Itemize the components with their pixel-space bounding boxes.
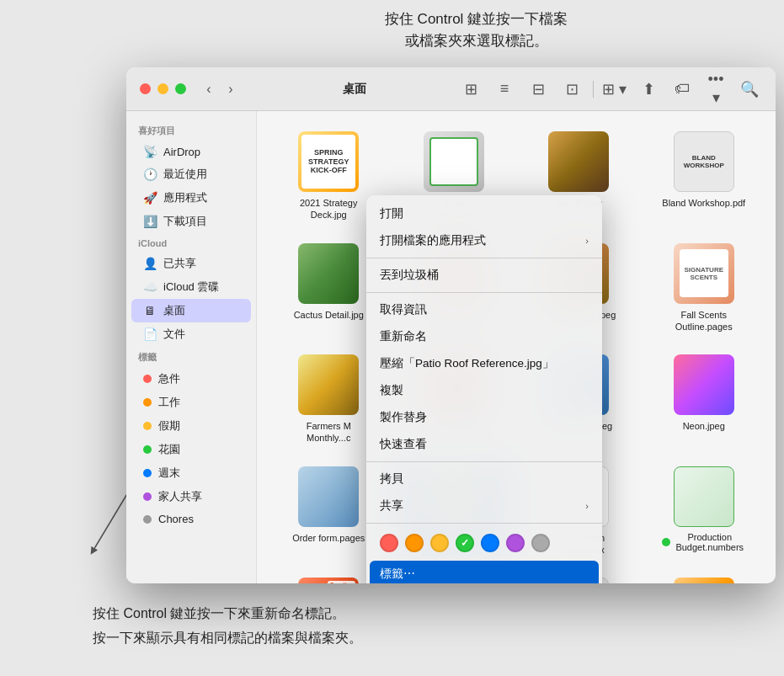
tag-dot-green — [143, 445, 152, 454]
file-name: 2021 Strategy Deck.jpg — [286, 197, 371, 221]
sidebar-item-shared[interactable]: 👤 已共享 — [131, 252, 251, 275]
toolbar-divider — [593, 81, 594, 98]
maximize-button[interactable] — [175, 83, 186, 94]
menu-item-rename[interactable]: 重新命名 — [366, 323, 602, 350]
apps-icon: 🚀 — [143, 191, 157, 205]
menu-separator — [366, 461, 602, 462]
file-name: Order form.pages — [292, 532, 365, 544]
recent-icon: 🕐 — [143, 168, 157, 181]
menu-item-trash[interactable]: 丟到垃圾桶 — [366, 262, 602, 289]
sidebar-item-tag-chores[interactable]: Chores — [131, 508, 251, 530]
search-button[interactable]: 🔍 — [737, 77, 762, 102]
icloud-label: iCloud — [126, 233, 256, 252]
sidebar-item-tag-family[interactable]: 家人共享 — [131, 485, 251, 508]
file-icon — [674, 466, 734, 527]
sidebar-item-tag-garden[interactable]: 花園 — [131, 438, 251, 461]
more-button[interactable]: ••• ▾ — [703, 77, 728, 102]
sidebar-item-label: 工作 — [158, 395, 180, 410]
file-item-titlecover[interactable]: Title Cover.jpg — [646, 571, 763, 583]
menu-item-info[interactable]: 取得資訊 — [366, 296, 602, 323]
sidebar-item-airdrop[interactable]: 📡 AirDrop — [131, 141, 251, 162]
close-button[interactable] — [140, 83, 151, 94]
file-item-bland[interactable]: BLANDWORKSHOP Bland Workshop.pdf — [646, 125, 763, 228]
context-menu: 打開 打開檔案的應用程式 › 丟到垃圾桶 取得資訊 重新命名 壓 — [366, 195, 602, 583]
file-icon — [548, 131, 609, 192]
back-button[interactable]: ‹ — [200, 80, 218, 98]
sidebar-item-label: 桌面 — [163, 303, 185, 318]
file-name: Production Budget.numbers — [674, 532, 746, 552]
color-dot-orange[interactable] — [405, 534, 424, 552]
file-icon — [674, 354, 734, 415]
breadcrumb-title: 桌面 — [250, 82, 458, 97]
tag-dot-orange — [143, 398, 152, 407]
file-item-production[interactable]: Production Budget.numbers — [646, 460, 763, 563]
color-dot-blue[interactable] — [481, 534, 499, 552]
menu-item-tags[interactable]: 標籤⋯ — [370, 561, 599, 583]
airdrop-icon: 📡 — [143, 145, 157, 158]
sidebar-item-desktop[interactable]: 🖥 桌面 — [131, 299, 251, 322]
color-dot-green[interactable]: ✓ — [456, 534, 474, 552]
svg-line-0 — [93, 488, 131, 551]
gallery-view-button[interactable]: ⊡ — [559, 77, 584, 102]
annotation-bottom: 按住 Control 鍵並按一下來重新命名標記。 按一下來顯示具有相同標記的檔案… — [93, 602, 776, 651]
menu-item-share[interactable]: 共享 › — [366, 492, 602, 519]
file-name: Bland Workshop.pdf — [662, 197, 745, 209]
tag-dot-purple — [143, 492, 152, 501]
group-button[interactable]: ⊞ ▾ — [602, 77, 627, 102]
sidebar-item-tag-work[interactable]: 工作 — [131, 391, 251, 414]
file-name: Neon.jpeg — [683, 420, 725, 432]
sidebar-item-label: 應用程式 — [163, 190, 207, 205]
sidebar-item-label: Chores — [158, 513, 194, 525]
menu-item-open-with[interactable]: 打開檔案的應用程式 › — [366, 227, 602, 254]
sidebar-item-tag-urgent[interactable]: 急件 — [131, 367, 251, 391]
sidebar-item-label: 已共享 — [163, 256, 196, 271]
menu-separator — [366, 292, 602, 293]
menu-separator — [366, 523, 602, 524]
color-dot-gray[interactable] — [531, 534, 550, 552]
sidebar-item-icloud-drive[interactable]: ☁️ iCloud 雲碟 — [131, 275, 251, 299]
icon-view-button[interactable]: ⊞ — [458, 77, 483, 102]
sidebar-item-tag-weekend[interactable]: 週末 — [131, 461, 251, 485]
color-dot-purple[interactable] — [506, 534, 525, 552]
finder-window: ‹ › 桌面 ⊞ ≡ ⊟ ⊡ ⊞ ▾ ⬆ 🏷 ••• ▾ 🔍 喜好項目 📡 Ai… — [126, 67, 776, 583]
sidebar-item-label: 家人共享 — [158, 489, 202, 504]
sidebar-item-documents[interactable]: 📄 文件 — [131, 322, 251, 346]
list-view-button[interactable]: ≡ — [492, 77, 517, 102]
color-dot-red[interactable] — [380, 534, 398, 552]
menu-item-copy2[interactable]: 拷貝 — [366, 466, 602, 492]
share-button[interactable]: ⬆ — [636, 77, 661, 102]
traffic-lights — [140, 83, 186, 94]
menu-item-copy[interactable]: 複製 — [366, 377, 602, 404]
menu-item-quicklook[interactable]: 快速查看 — [366, 431, 602, 458]
minimize-button[interactable] — [157, 83, 168, 94]
tag-indicator-green — [662, 538, 670, 546]
nav-buttons: ‹ › — [200, 80, 240, 98]
file-item-fall[interactable]: SIGNATURESCENTS Fall Scents Outline.page… — [646, 237, 763, 340]
window-body: 喜好項目 📡 AirDrop 🕐 最近使用 🚀 應用程式 ⬇️ 下載項目 iCl… — [126, 111, 776, 583]
color-dots-row: ✓ — [366, 527, 602, 559]
tags-label: 標籤 — [126, 346, 256, 367]
menu-item-open[interactable]: 打開 — [366, 200, 602, 227]
sidebar-item-downloads[interactable]: ⬇️ 下載項目 — [131, 210, 251, 233]
column-view-button[interactable]: ⊟ — [525, 77, 551, 102]
shared-icon: 👤 — [143, 257, 157, 270]
sidebar-item-apps[interactable]: 🚀 應用程式 — [131, 186, 251, 210]
color-dot-yellow[interactable] — [430, 534, 449, 552]
file-icon: CreativeContentIndex — [298, 578, 359, 583]
file-item-neon[interactable]: Neon.jpeg — [646, 348, 763, 451]
menu-item-alias[interactable]: 製作替身 — [366, 404, 602, 431]
menu-item-compress[interactable]: 壓縮「Patio Roof Reference.jpg」 — [366, 350, 602, 377]
annotation-top: 按住 Control 鍵並按一下檔案 或檔案夾來選取標記。 — [168, 8, 784, 51]
file-name: Farmers M Monthly...c — [286, 420, 371, 444]
sidebar-item-label: 急件 — [158, 371, 180, 386]
file-icon — [674, 578, 734, 583]
forward-button[interactable]: › — [221, 80, 240, 98]
tag-dot-blue — [143, 469, 152, 477]
tag-button[interactable]: 🏷 — [669, 77, 695, 102]
sidebar-item-recent[interactable]: 🕐 最近使用 — [131, 162, 251, 186]
downloads-icon: ⬇️ — [143, 215, 157, 228]
sidebar-item-tag-vacation[interactable]: 假期 — [131, 414, 251, 438]
sidebar: 喜好項目 📡 AirDrop 🕐 最近使用 🚀 應用程式 ⬇️ 下載項目 iCl… — [126, 111, 257, 583]
sidebar-item-label: 文件 — [163, 327, 185, 342]
tag-dot-gray — [143, 515, 152, 524]
